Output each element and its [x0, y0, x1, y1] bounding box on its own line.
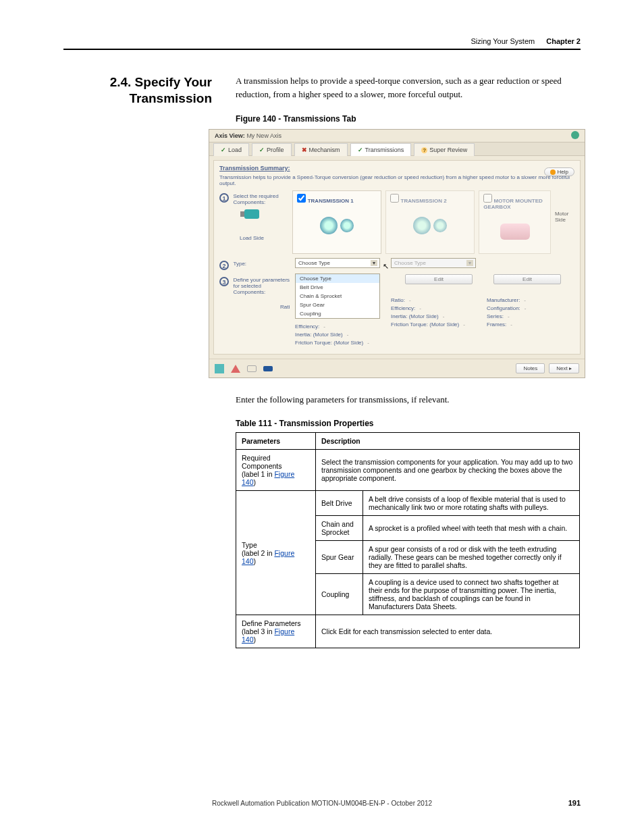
notes-button[interactable]: Notes	[516, 363, 545, 373]
table-caption: Table 111 - Transmission Properties	[236, 419, 581, 428]
toolbar-icon-3[interactable]	[247, 365, 257, 372]
transmission-1-label: TRANSMISSION 1	[308, 198, 354, 204]
dd-option-coupling[interactable]: Coupling	[296, 309, 379, 318]
props-col-2: Ratio:- Efficiency:- Inertia: (Motor Sid…	[391, 296, 487, 329]
header-rule	[63, 49, 581, 50]
panel-body: Transmission Summary: Help Transmission …	[213, 160, 581, 355]
step-2-badge: 2	[219, 261, 229, 270]
dd-option-choose[interactable]: Choose Type	[296, 274, 379, 283]
cell-type: Type (label 2 in Figure 140)	[236, 491, 316, 615]
help-icon[interactable]	[571, 131, 579, 139]
figure-caption: Figure 140 - Transmissions Tab	[236, 114, 581, 124]
step-3-badge: 3	[219, 277, 229, 286]
dd-option-belt[interactable]: Belt Drive	[296, 283, 379, 292]
edit-button-2[interactable]: Edit	[405, 274, 473, 284]
cell-belt-drive: Belt Drive	[316, 491, 363, 516]
load-device-icon	[244, 209, 259, 219]
tab-bar: ✓Load ✓Profile ✖Mechanism ✓Transmissions…	[209, 142, 585, 156]
transmission-properties-table: Parameters Description Required Componen…	[236, 432, 580, 648]
load-side-label: Load Side	[232, 235, 272, 241]
summary-title: Transmission Summary:	[219, 165, 574, 172]
gear-icon	[433, 219, 447, 232]
toolbar-icon-2[interactable]	[231, 365, 240, 373]
tab-profile[interactable]: ✓Profile	[252, 143, 292, 156]
page-footer: Rockwell Automation Publication MOTION-U…	[63, 800, 581, 807]
gear-icon	[340, 219, 354, 232]
screenshot-footer: Notes Next ▸	[209, 359, 585, 377]
step-1-badge: 1	[219, 193, 229, 203]
gear-icon	[320, 217, 338, 234]
running-header: Sizing Your System Chapter 2	[471, 37, 581, 45]
cell-required-components: Required Components (label 1 in Figure 1…	[236, 450, 316, 491]
transmission-2-checkbox[interactable]	[390, 194, 399, 203]
section-title-text: Specify Your Transmission	[130, 75, 213, 105]
gearbox-card: MOTOR MOUNTED GEARBOX	[479, 190, 551, 254]
gearbox-icon	[500, 224, 530, 240]
axis-view-value: My New Axis	[246, 132, 281, 139]
toolbar-icon-1[interactable]	[215, 364, 224, 373]
tab-transmissions[interactable]: ✓Transmissions	[350, 143, 412, 156]
intro-paragraph: A transmission helps to provide a speed-…	[236, 74, 581, 101]
axis-view-bar: Axis View: My New Axis	[209, 130, 585, 142]
transmission-2-label: TRANSMISSION 2	[401, 198, 447, 204]
section-heading: 2.4. Specify Your Transmission	[63, 74, 212, 107]
next-button[interactable]: Next ▸	[549, 363, 579, 373]
cell-chain: Chain and Sprocket	[316, 516, 363, 541]
summary-text: Transmission helps to provide a Speed-To…	[219, 174, 574, 186]
cell-define-params: Define Parameters (label 3 in Figure 140…	[236, 615, 316, 648]
header-breadcrumb: Sizing Your System	[471, 37, 535, 45]
props-col-1: Efficiency:- Inertia: (Motor Side)- Fric…	[295, 323, 391, 347]
section-number: 2.4.	[110, 75, 132, 89]
dd-option-chain[interactable]: Chain & Sprocket	[296, 292, 379, 301]
step-1-label: Select the required Components:	[234, 193, 292, 205]
cell-spur: Spur Gear	[316, 541, 363, 574]
cell-coupling: Coupling	[316, 574, 363, 615]
transmission-2-card: TRANSMISSION 2	[385, 190, 475, 254]
type-dropdown-2[interactable]: Choose Type	[391, 258, 476, 268]
ratio-stub: Rati	[280, 304, 290, 310]
cell-belt-desc: A belt drive consists of a loop of flexi…	[363, 491, 580, 516]
help-button[interactable]: Help	[544, 167, 574, 176]
header-chapter: Chapter 2	[546, 37, 581, 45]
col-description: Description	[316, 433, 580, 450]
page-number: 191	[568, 799, 581, 807]
enter-paragraph: Enter the following parameters for trans…	[236, 394, 581, 405]
row-type: 2 Type: Choose Type ↖ Choose Type	[219, 258, 574, 270]
tab-mechanism[interactable]: ✖Mechanism	[294, 143, 348, 156]
transmission-1-card: TRANSMISSION 1	[292, 190, 381, 254]
edit-button-3[interactable]: Edit	[493, 274, 561, 284]
row-define-params: 3 Define your parameters for selected Co…	[219, 274, 574, 347]
cell-required-desc: Select the transmission components for y…	[316, 450, 580, 491]
transmission-1-checkbox[interactable]	[297, 194, 306, 203]
col-parameters: Parameters	[236, 433, 316, 450]
motor-side-label: Motor Side	[555, 190, 574, 254]
cell-chain-desc: A sprocket is a profiled wheel with teet…	[363, 516, 580, 541]
cell-spur-desc: A spur gear consists of a rod or disk wi…	[363, 541, 580, 574]
toolbar-icon-4[interactable]	[263, 366, 273, 371]
type-dropdown-list[interactable]: Choose Type Belt Drive Chain & Sprocket …	[295, 273, 380, 319]
gear-icon	[413, 217, 431, 234]
dd-option-spur[interactable]: Spur Gear	[296, 301, 379, 309]
props-col-3: Manufacturer:- Configuration:- Series:- …	[487, 296, 568, 329]
step-2-label: Type:	[234, 261, 292, 267]
tab-super-review[interactable]: ?Super Review	[414, 143, 475, 156]
screenshot-figure: Axis View: My New Axis ✓Load ✓Profile ✖M…	[209, 129, 585, 378]
cursor-icon: ↖	[383, 262, 389, 271]
axis-view-label: Axis View:	[215, 132, 245, 139]
gearbox-checkbox[interactable]	[483, 194, 492, 203]
type-dropdown-1[interactable]: Choose Type	[295, 258, 380, 268]
page-content: 2.4. Specify Your Transmission A transmi…	[63, 74, 581, 648]
cell-define-desc: Click Edit for each transmission selecte…	[316, 615, 580, 648]
gearbox-label: MOTOR MOUNTED GEARBOX	[483, 198, 543, 210]
cell-coupling-desc: A coupling is a device used to connect t…	[363, 574, 580, 615]
row-components: 1 Select the required Components: Load S…	[219, 190, 574, 254]
tab-load[interactable]: ✓Load	[213, 143, 249, 156]
step-3-label: Define your parameters for selected Comp…	[234, 277, 292, 295]
